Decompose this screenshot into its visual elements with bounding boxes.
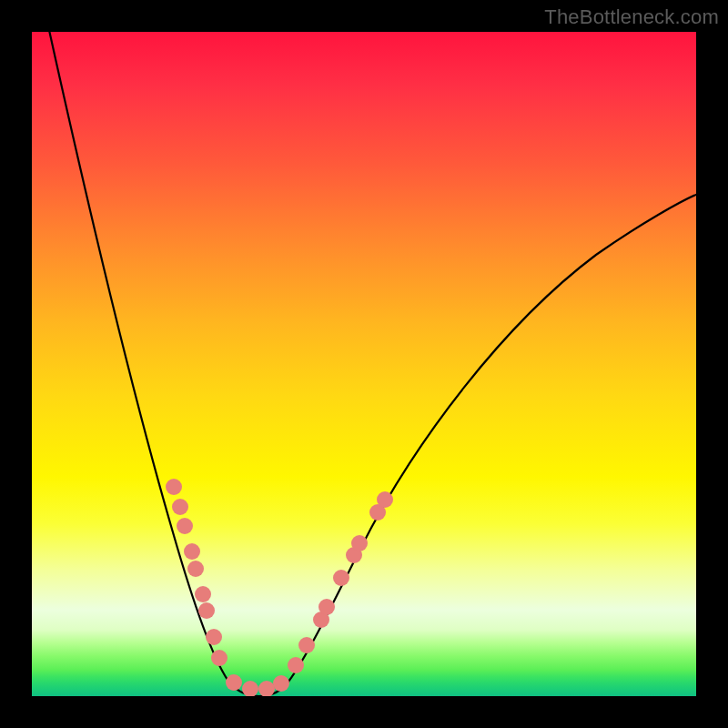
svg-point-1 [172, 499, 188, 515]
svg-point-6 [198, 602, 215, 619]
svg-point-14 [298, 637, 315, 653]
svg-point-7 [206, 629, 222, 645]
svg-point-17 [333, 570, 349, 586]
chart-frame: TheBottleneck.com [0, 0, 728, 728]
svg-point-21 [377, 491, 393, 508]
svg-point-11 [258, 681, 275, 696]
svg-point-9 [226, 674, 242, 691]
svg-point-4 [187, 561, 204, 577]
plot-area [32, 32, 696, 696]
svg-point-12 [273, 675, 289, 692]
svg-point-13 [288, 657, 304, 673]
svg-point-2 [177, 518, 193, 534]
data-dots [166, 479, 393, 696]
curve-layer [32, 32, 696, 696]
svg-point-0 [166, 479, 182, 495]
svg-point-5 [195, 586, 211, 602]
svg-point-16 [318, 599, 335, 615]
bottleneck-curve [46, 32, 696, 696]
svg-point-19 [351, 535, 368, 551]
svg-point-8 [211, 650, 228, 666]
svg-point-10 [242, 681, 258, 696]
watermark-text: TheBottleneck.com [544, 5, 719, 29]
svg-point-3 [184, 543, 200, 560]
